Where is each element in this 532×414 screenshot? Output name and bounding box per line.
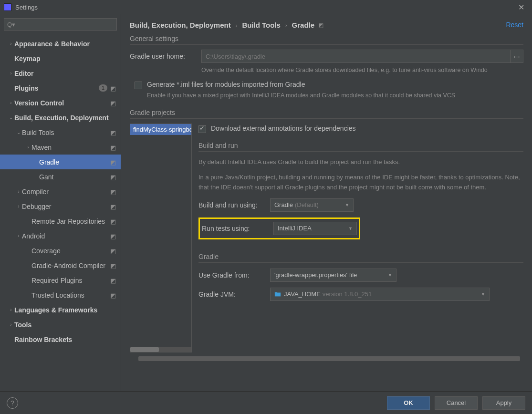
project-scope-icon: ◩ [110, 218, 117, 225]
project-scope-icon: ◩ [110, 203, 117, 210]
cancel-button[interactable]: Cancel [435, 396, 478, 410]
build-using-label: Build and run using: [198, 201, 270, 209]
footer: ? OK Cancel Apply [0, 391, 532, 414]
chevron-down-icon: ▼ [388, 273, 392, 278]
window-title: Settings [15, 4, 38, 11]
build-using-select[interactable]: Gradle (Default) ▼ [270, 198, 354, 212]
sidebar-item[interactable]: Remote Jar Repositories◩ [0, 214, 121, 228]
sidebar-item[interactable]: ›Languages & Frameworks [0, 302, 121, 317]
search-input[interactable] [4, 18, 117, 31]
gradle-home-hint: Override the default location where Grad… [201, 66, 523, 75]
generate-iml-label: Generate *.iml files for modules importe… [147, 81, 305, 88]
sidebar-item-label: Gradle-Android Compiler [31, 262, 110, 269]
sidebar-item-label: Tools [14, 321, 117, 329]
sidebar-item[interactable]: ⌄Build, Execution, Deployment [0, 110, 121, 125]
settings-tree: ›Appearance & BehaviorKeymap›EditorPlugi… [0, 34, 121, 349]
sidebar-item[interactable]: Trusted Locations◩ [0, 288, 121, 302]
use-gradle-from-label: Use Gradle from: [198, 271, 270, 279]
sidebar-item-label: Build Tools [22, 129, 110, 136]
sidebar-item-label: Trusted Locations [31, 291, 110, 299]
apply-button[interactable]: Apply [482, 396, 525, 410]
sidebar-item[interactable]: ⌄Build Tools◩ [0, 125, 121, 140]
gradle-home-input[interactable] [201, 50, 511, 63]
sidebar-item[interactable]: ›Tools [0, 317, 121, 332]
generate-iml-checkbox[interactable] [135, 82, 142, 89]
sidebar-item-label: Debugger [22, 203, 110, 210]
chevron-right-icon: › [236, 22, 238, 28]
sidebar-item[interactable]: ›Appearance & Behavior [0, 36, 121, 51]
breadcrumb-item[interactable]: Build Tools [242, 21, 281, 29]
sidebar-item[interactable]: ›Debugger◩ [0, 199, 121, 214]
folder-icon [274, 291, 281, 298]
gradle-home-label: Gradle user home: [130, 52, 201, 60]
project-scope-icon: ◩ [110, 277, 117, 284]
sidebar-item[interactable]: Gradle◩ [0, 155, 121, 169]
chevron-icon: › [8, 100, 14, 105]
sidebar-item[interactable]: Keymap [0, 51, 121, 66]
project-scope-icon: ◩ [110, 129, 117, 136]
chevron-down-icon: ▼ [345, 203, 349, 207]
breadcrumb: Build, Execution, Deployment › Build Too… [130, 21, 523, 29]
use-gradle-from-select[interactable]: 'gradle-wrapper.properties' file ▼ [270, 269, 396, 282]
sidebar-item[interactable]: Gradle-Android Compiler◩ [0, 258, 121, 273]
section-build-and-run: Build and run [198, 142, 523, 152]
content-panel: Build, Execution, Deployment › Build Too… [121, 14, 532, 391]
download-annotations-checkbox[interactable] [198, 125, 206, 133]
sidebar-item-label: Version Control [14, 99, 110, 107]
gradle-jvm-select[interactable]: JAVA_HOME version 1.8.0_251 ▼ [270, 288, 490, 301]
sidebar-item-label: Gant [39, 173, 110, 181]
gradle-projects-list[interactable]: findMyClass-springboot [130, 124, 192, 352]
run-tests-select[interactable]: IntelliJ IDEA ▼ [273, 222, 357, 235]
svg-rect-1 [275, 292, 277, 294]
horizontal-scrollbar[interactable] [130, 347, 191, 352]
build-run-desc2: In a pure Java/Kotlin project, building … [198, 173, 523, 193]
sidebar-item[interactable]: Rainbow Brackets [0, 332, 121, 347]
sidebar-item-label: Gradle [39, 158, 110, 166]
sidebar-item-label: Maven [31, 144, 110, 151]
sidebar-item-label: Required Plugins [31, 277, 110, 284]
run-tests-label: Run tests using: [202, 225, 273, 232]
reset-link[interactable]: Reset [506, 21, 523, 29]
badge: 1 [99, 84, 107, 92]
sidebar-item[interactable]: ›Editor [0, 66, 121, 81]
chevron-down-icon: ▼ [481, 292, 485, 297]
sidebar-item[interactable]: ›Compiler◩ [0, 184, 121, 199]
chevron-icon: › [8, 322, 14, 327]
sidebar-item[interactable]: Coverage◩ [0, 243, 121, 258]
build-run-desc1: By default IntelliJ IDEA uses Gradle to … [198, 157, 523, 167]
project-scope-icon: ◩ [318, 22, 323, 29]
chevron-icon: › [8, 41, 14, 46]
sidebar-item-label: Remote Jar Repositories [31, 217, 110, 225]
sidebar-item-label: Build, Execution, Deployment [14, 114, 117, 122]
chevron-icon: › [8, 71, 14, 76]
project-scope-icon: ◩ [110, 85, 117, 92]
sidebar-item-label: Android [22, 232, 110, 240]
sidebar-item[interactable]: Gant◩ [0, 169, 121, 184]
sidebar: ›Appearance & BehaviorKeymap›EditorPlugi… [0, 14, 121, 391]
section-projects: Gradle projects [130, 109, 523, 119]
app-icon [4, 3, 11, 11]
sidebar-item[interactable]: Required Plugins◩ [0, 273, 121, 288]
sidebar-item[interactable]: ›Maven◩ [0, 140, 121, 155]
ok-button[interactable]: OK [387, 396, 430, 410]
sidebar-item[interactable]: ›Version Control◩ [0, 95, 121, 110]
chevron-right-icon: › [285, 22, 287, 28]
horizontal-scrollbar[interactable] [138, 356, 515, 362]
project-scope-icon: ◩ [110, 292, 117, 299]
help-icon[interactable]: ? [7, 397, 18, 409]
close-icon[interactable]: ✕ [514, 1, 528, 14]
chevron-icon: ⌄ [15, 130, 22, 135]
sidebar-item-label: Keymap [14, 55, 117, 62]
browse-folder-icon[interactable]: ▭ [510, 50, 523, 63]
sidebar-item[interactable]: Plugins1◩ [0, 81, 121, 95]
project-item[interactable]: findMyClass-springboot [130, 124, 191, 135]
project-scope-icon: ◩ [110, 144, 117, 151]
sidebar-item-label: Languages & Frameworks [14, 306, 117, 314]
project-scope-icon: ◩ [110, 233, 117, 239]
sidebar-item-label: Appearance & Behavior [14, 40, 117, 48]
sidebar-item[interactable]: ›Android◩ [0, 228, 121, 243]
sidebar-item-label: Compiler [22, 188, 110, 196]
sidebar-item-label: Editor [14, 70, 117, 77]
generate-iml-hint: Enable if you have a mixed project with … [147, 91, 523, 100]
breadcrumb-item[interactable]: Build, Execution, Deployment [130, 21, 231, 29]
